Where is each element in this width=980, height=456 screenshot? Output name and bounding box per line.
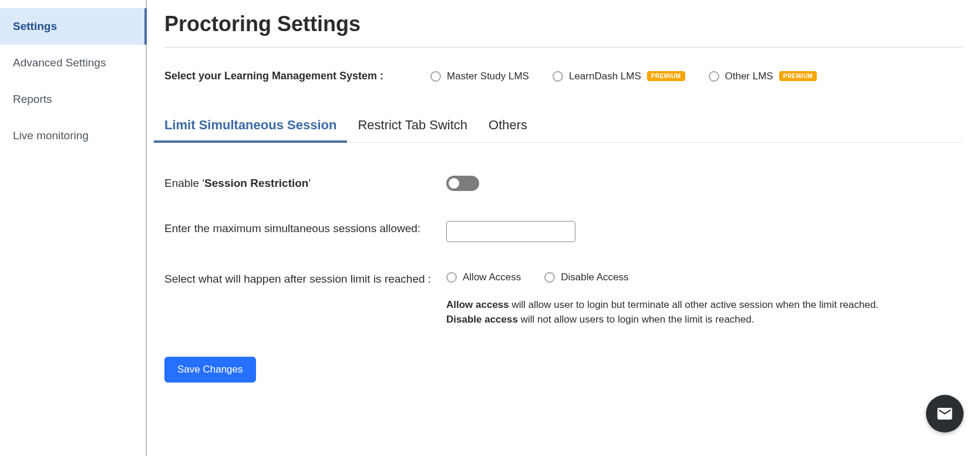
tab-limit-simultaneous-session[interactable]: Limit Simultaneous Session xyxy=(164,118,336,142)
contact-fab[interactable] xyxy=(926,395,964,432)
setting-enable-session-restriction: Enable 'Session Restriction' xyxy=(164,176,962,192)
setting-session-limit-action: Select what will happen after session li… xyxy=(164,271,962,327)
sidebar-item-live-monitoring[interactable]: Live monitoring xyxy=(0,118,146,154)
lms-option-learndash[interactable]: LearnDash LMS PREMIUM xyxy=(553,71,685,82)
sidebar-item-settings[interactable]: Settings xyxy=(0,8,147,45)
tab-restrict-tab-switch[interactable]: Restrict Tab Switch xyxy=(358,118,467,142)
lms-option-label: LearnDash LMS xyxy=(569,71,641,82)
page-title: Proctoring Settings xyxy=(164,12,962,36)
session-restriction-toggle[interactable] xyxy=(446,176,479,191)
setting-label: Enable 'Session Restriction' xyxy=(164,176,446,192)
radio-icon xyxy=(544,272,555,283)
premium-badge: PREMIUM xyxy=(779,71,817,81)
option-label: Disable Access xyxy=(561,271,628,283)
lms-option-other[interactable]: Other LMS PREMIUM xyxy=(709,71,817,82)
max-sessions-input[interactable] xyxy=(446,221,575,242)
option-disable-access[interactable]: Disable Access xyxy=(544,271,628,283)
setting-label: Enter the maximum simultaneous sessions … xyxy=(164,221,446,237)
mail-icon xyxy=(936,405,954,423)
lms-selector-row: Select your Learning Management System :… xyxy=(164,70,962,82)
lms-option-master-study[interactable]: Master Study LMS xyxy=(430,71,529,82)
divider xyxy=(164,47,962,48)
toggle-knob xyxy=(449,178,459,189)
lms-label: Select your Learning Management System : xyxy=(164,70,383,82)
sidebar: Settings Advanced Settings Reports Live … xyxy=(0,0,147,456)
sidebar-item-reports[interactable]: Reports xyxy=(0,81,146,118)
lms-option-label: Master Study LMS xyxy=(447,71,529,82)
main-content: Proctoring Settings Select your Learning… xyxy=(147,0,980,456)
radio-icon xyxy=(553,71,563,82)
save-changes-button[interactable]: Save Changes xyxy=(164,357,256,383)
sidebar-item-advanced-settings[interactable]: Advanced Settings xyxy=(0,45,146,81)
option-allow-access[interactable]: Allow Access xyxy=(446,271,521,283)
setting-max-sessions: Enter the maximum simultaneous sessions … xyxy=(164,221,962,242)
premium-badge: PREMIUM xyxy=(647,71,685,81)
option-label: Allow Access xyxy=(463,271,521,283)
session-action-description: Allow access will allow user to login bu… xyxy=(446,297,881,327)
radio-icon xyxy=(709,71,719,82)
tabs: Limit Simultaneous Session Restrict Tab … xyxy=(164,118,962,143)
setting-label: Select what will happen after session li… xyxy=(164,271,446,287)
tab-others[interactable]: Others xyxy=(489,118,527,142)
radio-icon xyxy=(446,272,457,283)
radio-icon xyxy=(430,71,441,82)
lms-option-label: Other LMS xyxy=(725,71,773,82)
